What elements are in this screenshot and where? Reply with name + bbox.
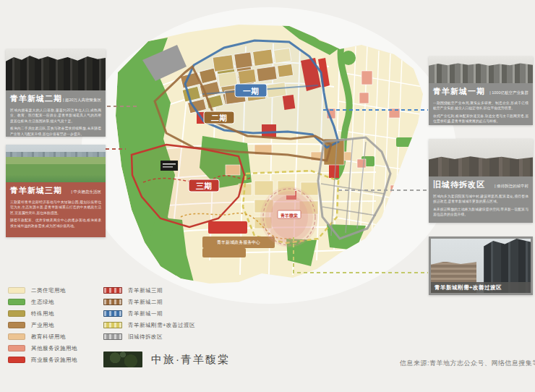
legend-label: 青羊新城二期 [128, 299, 163, 306]
phase2-photo [6, 49, 106, 90]
card-oldtown: 旧城待拆改区 | 亟待拆迁的城中村 区域内多为老旧院落与城中村,建筑密度高,配套… [429, 139, 533, 223]
card-paragraph: 三期紧邻青羊总部经济基地与中央绿轴公园,规划以低密住宅为主,生态资源丰富,是青羊… [10, 200, 101, 216]
legend-label: 旧城待拆改区 [128, 333, 163, 341]
legend-label: 其他服务设施用地 [31, 345, 77, 352]
legend-label: 二类住宅用地 [31, 287, 66, 294]
card-badge: | 中央栖息生活区 [72, 189, 101, 195]
brand-logo-image [103, 351, 142, 367]
legend-swatch [103, 322, 122, 328]
legend-item: 生态绿地 [8, 299, 77, 305]
legend-swatch [8, 299, 25, 305]
phase3-photo [6, 145, 106, 182]
card-title: 旧城待拆改区 [433, 179, 485, 190]
legend-label: 产业用地 [31, 322, 54, 329]
legend-item: 青羊新城刚需+改善过渡区 [103, 322, 195, 328]
legend-item: 商业服务设施用地 [8, 357, 77, 363]
legend-swatch [8, 333, 25, 340]
card-transition: 青羊新城刚需+改善过渡区 [429, 237, 533, 295]
legend-item: 青羊新城三期 [103, 287, 195, 294]
oldtown-photo [429, 139, 533, 176]
phase1-photo [429, 56, 533, 83]
legend-item: 特殊用地 [8, 310, 77, 317]
legend-label: 商业服务设施用地 [31, 357, 77, 364]
card-paragraph: 区域内拥有庞大的人口基数,覆盖约20万常住人口,成熟商业、教育、医疗配套一应俱全… [10, 108, 101, 124]
source-note: 信息来源:青羊地方志公众号、网络信息搜集等 [400, 359, 535, 368]
legend-item: 青羊新城一期 [103, 310, 195, 317]
card-phase2: 青羊新城二期 | 超20万人高密聚集区 区域内拥有庞大的人口基数,覆盖约20万常… [6, 49, 106, 137]
card-badge: | 超20万人高密聚集区 [63, 98, 101, 103]
legend-zones: 青羊新城三期 青羊新城二期 青羊新城一期 青羊新城刚需+改善过渡区 旧城待拆改区 [103, 287, 195, 340]
card-paragraph: 未来拆迁释放的土地将为新城建设提供空间,带来新一轮配套与居住品质的全面升级。 [433, 207, 528, 218]
legend-item: 青羊新城二期 [103, 299, 195, 305]
legend-item: 产业用地 [8, 322, 77, 328]
legend-label: 教育科研用地 [31, 333, 66, 341]
legend-item: 旧城待拆改区 [103, 333, 195, 340]
project-highlight: 青羊馥棠 [260, 187, 318, 247]
card-badge: | 亟待拆迁的城中村 [495, 184, 528, 189]
card-paragraph: 随着市政配套、优质学校及商业中心的逐步落地,板块将承接主城外溢的改善需求,成为区… [10, 218, 101, 229]
card-phase3: 青羊新城三期 | 中央栖息生活区 三期紧邻青羊总部经济基地与中央绿轴公园,规划以… [6, 145, 106, 237]
legend-swatch [103, 299, 122, 305]
legend-swatch [8, 357, 25, 363]
legend-swatch [8, 322, 25, 328]
card-badge: | 1000亿航空产业集群 [489, 90, 528, 95]
legend-swatch [8, 310, 25, 317]
brand-row: 中旅·青羊馥棠 [103, 351, 230, 367]
project-marker-label: 青羊馥棠 [280, 213, 298, 218]
card-caption: 青羊新城刚需+改善过渡区 [431, 282, 531, 293]
legend-item: 其他服务设施用地 [8, 345, 77, 351]
card-paragraph: 依托产业红利,板块配套快速完善,轨道交通与主干路网贯通,居住需求旺盛,是青羊新城… [433, 114, 528, 124]
map-black-tag [160, 161, 178, 171]
svg-text:一期: 一期 [243, 87, 259, 95]
card-title: 青羊新城三期 [10, 185, 62, 196]
legend-swatch [103, 287, 122, 294]
legend-item: 二类住宅用地 [8, 287, 77, 294]
legend-swatch [103, 310, 122, 317]
legend-item: 教育科研用地 [8, 333, 77, 340]
card-paragraph: 区域内多为老旧院落与城中村,建筑密度高,配套老化,亟待整体拆迁改造,是青羊新城城… [433, 194, 528, 205]
legend-label: 青羊新城刚需+改善过渡区 [128, 322, 195, 329]
transition-photo: 青羊新城刚需+改善过渡区 [431, 239, 531, 293]
legend-swatch [103, 333, 122, 340]
map-green-node [341, 51, 356, 65]
legend-swatch [8, 287, 25, 294]
svg-text:二期: 二期 [211, 114, 227, 122]
card-paragraph: 板块内二手房交易活跃,置换与改善需求持续释放,未来随着产业导入与配套升级,居住价… [10, 126, 101, 137]
poster: 青羊新城政务服务中心 青羊馥棠 一期 二期 三期 [0, 0, 535, 392]
card-phase1: 青羊新城一期 | 1000亿航空产业集群 一期围绕航空产业布局,聚集众多研发、制… [429, 56, 533, 125]
legend-label: 青羊新城三期 [128, 287, 163, 294]
card-title: 青羊新城二期 [10, 93, 62, 104]
brand-name: 中旅·青羊馥棠 [151, 353, 230, 367]
legend-swatch [8, 345, 25, 351]
card-title: 青羊新城一期 [433, 86, 485, 97]
legend-label: 生态绿地 [31, 299, 54, 306]
card-paragraph: 一期围绕航空产业布局,聚集众多研发、制造企业,形成千亿级航空产业集群,就业人口稳… [433, 101, 528, 111]
svg-text:青羊新城政务服务中心: 青羊新城政务服务中心 [217, 239, 260, 244]
legend-label: 特殊用地 [31, 310, 54, 318]
svg-text:三期: 三期 [196, 182, 212, 190]
legend-land-use: 二类住宅用地 生态绿地 特殊用地 产业用地 教育科研用地 其他服务设施用地 商业… [8, 287, 77, 363]
legend-label: 青羊新城一期 [128, 310, 163, 318]
